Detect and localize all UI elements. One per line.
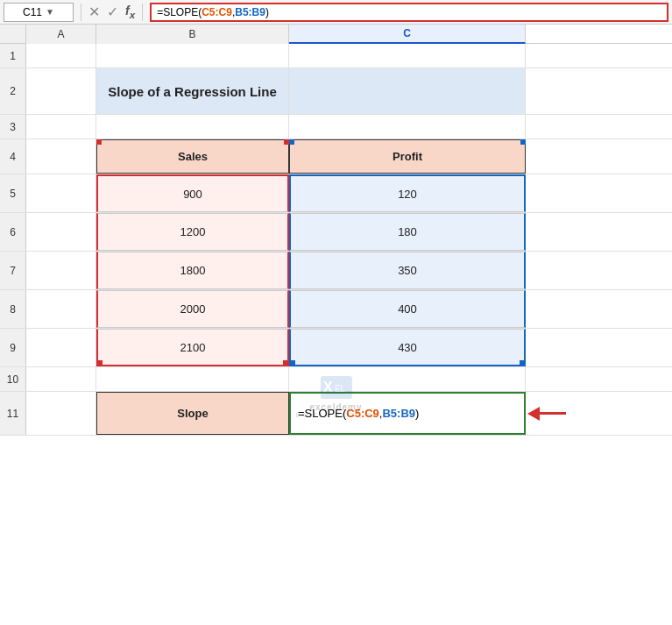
row-4: 4 Sales Profit xyxy=(0,139,672,174)
cell-c9[interactable]: 430 xyxy=(289,329,526,366)
cell-b1[interactable] xyxy=(96,44,289,67)
sales-header-text: Sales xyxy=(178,150,208,163)
cell-b4-sales-header[interactable]: Sales xyxy=(96,139,289,174)
function-icon[interactable]: fx xyxy=(125,4,135,20)
row-9: 9 2100 430 xyxy=(0,329,672,367)
sales-val-4: 2000 xyxy=(180,302,206,316)
row-header-3: 3 xyxy=(0,115,26,138)
sales-val-2: 1200 xyxy=(180,225,206,238)
formula-bar-divider xyxy=(81,4,81,21)
cell-c5[interactable]: 120 xyxy=(289,174,526,212)
row-1: 1 xyxy=(0,44,672,68)
cell-a8[interactable] xyxy=(26,290,96,328)
profit-val-3: 350 xyxy=(398,264,417,277)
row-header-11: 11 xyxy=(0,392,26,435)
col-header-a[interactable]: A xyxy=(26,25,96,44)
cell-a10[interactable] xyxy=(26,367,96,391)
title-text: Slope of a Regression Line xyxy=(96,84,288,99)
cell-c4-profit-header[interactable]: Profit xyxy=(289,139,526,174)
row-header-4: 4 xyxy=(0,139,26,174)
cell-a7[interactable] xyxy=(26,252,96,289)
profit-val-2: 180 xyxy=(398,225,417,238)
cell-b3[interactable] xyxy=(96,115,289,138)
cell-b11-slope-label[interactable]: Slope xyxy=(96,392,289,435)
formula-bar-divider2 xyxy=(142,4,143,21)
cell-a5[interactable] xyxy=(26,174,96,212)
cell-a4[interactable] xyxy=(26,139,96,174)
cell-c6[interactable]: 180 xyxy=(289,213,526,251)
cell-a1[interactable] xyxy=(26,44,96,67)
profit-val-5: 430 xyxy=(398,341,417,354)
row-header-6: 6 xyxy=(0,213,26,251)
cell-c3[interactable] xyxy=(289,115,526,138)
cell-a6[interactable] xyxy=(26,213,96,251)
row-header-1: 1 xyxy=(0,44,26,67)
cancel-icon[interactable]: ✕ xyxy=(88,4,100,20)
row-10: 10 xyxy=(0,367,672,392)
cell-a9[interactable] xyxy=(26,329,96,366)
row-3: 3 xyxy=(0,115,672,139)
row-11: 11 Slope =SLOPE(C5:C9,B5:B9) xyxy=(0,392,672,436)
cell-b9[interactable]: 2100 xyxy=(96,329,289,366)
corner-marker-br-profit xyxy=(520,360,525,366)
row-header-8: 8 xyxy=(0,290,26,328)
arrow-line xyxy=(540,412,566,415)
slope-label: Slope xyxy=(177,407,208,420)
profit-val-1: 120 xyxy=(398,188,417,201)
row-header-5: 5 xyxy=(0,174,26,212)
row-6: 6 1200 180 xyxy=(0,213,672,252)
dropdown-icon[interactable]: ▼ xyxy=(46,7,54,17)
corner-marker-tl-sales xyxy=(96,139,102,145)
sales-val-3: 1800 xyxy=(180,264,206,277)
col-header-c[interactable]: C xyxy=(289,25,526,44)
slope-formula-text: =SLOPE(C5:C9,B5:B9) xyxy=(298,407,419,420)
cell-b7[interactable]: 1800 xyxy=(96,252,289,289)
cell-a3[interactable] xyxy=(26,115,96,138)
cell-b6[interactable]: 1200 xyxy=(96,213,289,251)
cell-c8[interactable]: 400 xyxy=(289,290,526,328)
sales-val-1: 900 xyxy=(183,188,202,201)
corner-marker-bl-profit xyxy=(290,360,295,366)
column-headers: A B C xyxy=(0,25,672,44)
cell-b8[interactable]: 2000 xyxy=(96,290,289,328)
formula-bar: C11 ▼ ✕ ✓ fx =SLOPE(C5:C9,B5:B9) xyxy=(0,0,672,25)
row-5: 5 900 120 xyxy=(0,174,672,213)
row-header-9: 9 xyxy=(0,329,26,366)
cell-c11-slope-formula[interactable]: =SLOPE(C5:C9,B5:B9) xyxy=(289,392,526,435)
corner-marker-br-sales xyxy=(283,360,288,366)
cell-c1[interactable] xyxy=(289,44,526,67)
cell-b10[interactable] xyxy=(96,367,289,391)
col-header-b[interactable]: B xyxy=(96,25,289,44)
formula-text: =SLOPE(C5:C9,B5:B9) xyxy=(157,6,269,18)
arrow-head xyxy=(527,407,540,421)
row-header-10: 10 xyxy=(0,367,26,391)
corner-cell xyxy=(0,25,26,43)
cell-reference-box[interactable]: C11 ▼ xyxy=(4,3,74,22)
cell-b2-title[interactable]: Slope of a Regression Line xyxy=(96,68,289,114)
cell-ref-text: C11 xyxy=(23,6,42,18)
corner-marker-tl-profit xyxy=(289,139,294,145)
row-2: 2 Slope of a Regression Line xyxy=(0,68,672,115)
corner-marker-tr-profit xyxy=(520,139,526,145)
confirm-icon[interactable]: ✓ xyxy=(107,4,118,20)
profit-val-4: 400 xyxy=(398,302,417,316)
row-7: 7 1800 350 xyxy=(0,252,672,290)
cell-a11[interactable] xyxy=(26,392,96,435)
formula-bar-icons: ✕ ✓ fx xyxy=(88,4,135,20)
cell-b5[interactable]: 900 xyxy=(96,174,289,212)
row-header-7: 7 xyxy=(0,252,26,289)
sales-val-5: 2100 xyxy=(180,341,206,354)
row-header-2: 2 xyxy=(0,68,26,114)
cell-c2-title[interactable] xyxy=(289,68,526,114)
profit-header-text: Profit xyxy=(393,150,422,163)
corner-marker-bl-sales xyxy=(97,360,103,366)
row-8: 8 2000 400 xyxy=(0,290,672,329)
cell-a2[interactable] xyxy=(26,68,96,114)
slope-arrow xyxy=(527,407,566,421)
formula-input[interactable]: =SLOPE(C5:C9,B5:B9) xyxy=(150,3,668,22)
cell-c7[interactable]: 350 xyxy=(289,252,526,289)
cell-c10[interactable] xyxy=(289,367,526,391)
